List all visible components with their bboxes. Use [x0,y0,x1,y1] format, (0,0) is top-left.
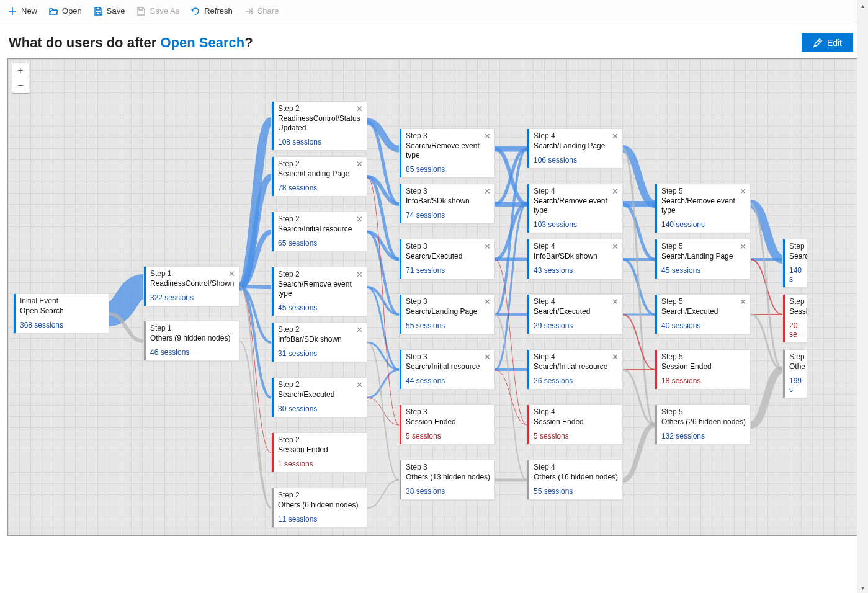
node-step: Step 2 [278,491,363,499]
flow-node[interactable]: Step 4✕Search/Remove event type103 sessi… [527,184,623,233]
flow-node[interactable]: Step 3✕Search/Landing Page55 sessions [399,294,495,334]
node-sessions: 71 sessions [406,266,491,275]
zoom-control: + − [12,63,29,94]
node-sessions: 5 sessions [406,432,491,440]
flow-node[interactable]: Step 4✕Search/Executed29 sessions [527,294,623,334]
flow-node[interactable]: StepOthe199 s [782,349,807,398]
close-icon[interactable]: ✕ [356,270,363,279]
flow-node[interactable]: Step 1Others (9 hidden nodes)46 sessions [143,321,239,361]
node-step: Step 3 [406,463,491,471]
new-button[interactable]: New [7,6,37,16]
close-icon[interactable]: ✕ [356,381,363,389]
node-step: Step 3✕ [406,352,491,361]
node-step: Step 5✕ [661,242,746,251]
node-step: Step 2✕ [278,380,363,389]
close-icon[interactable]: ✕ [356,326,363,334]
flow-node[interactable]: Step 2✕Search/Remove event type45 sessio… [271,267,367,316]
flow-node[interactable]: Step 3✕Search/Remove event type85 sessio… [399,128,495,178]
refresh-button[interactable]: Refresh [190,6,233,16]
node-sessions: 65 sessions [278,239,363,247]
node-step: Step 2✕ [278,104,363,113]
flow-node[interactable]: Step 5Others (26 hidden nodes)132 sessio… [655,404,751,445]
flow-node[interactable]: Step 2Session Ended1 sessions [271,432,367,473]
flow-node[interactable]: StepSearc140 s [782,239,807,288]
zoom-in-button[interactable]: + [12,63,29,78]
flow-node[interactable]: Step 3Session Ended5 sessions [399,404,495,445]
close-icon[interactable]: ✕ [484,132,491,140]
flow-node[interactable]: Step 5✕Search/Remove event type140 sessi… [655,184,751,233]
save-button[interactable]: Save [93,6,125,16]
flow-node[interactable]: Step 4Session Ended5 sessions [527,404,623,445]
close-icon[interactable]: ✕ [740,187,746,195]
close-icon[interactable]: ✕ [484,243,491,251]
flow-node[interactable]: Step 4✕InfoBar/SDk shown43 sessions [527,239,623,279]
node-label: Session Ended [661,362,746,372]
close-icon[interactable]: ✕ [356,105,363,113]
flow-node[interactable]: Step 2✕Search/Landing Page78 sessions [271,156,367,197]
node-label: Others (26 hidden nodes) [661,417,746,427]
flow-node[interactable]: Step 3✕Search/Initial resource44 session… [399,349,495,390]
flow-node[interactable]: Step 2✕Search/Executed30 sessions [271,377,367,417]
close-icon[interactable]: ✕ [612,353,619,361]
flow-node[interactable]: Step 2✕Search/Initial resource65 session… [271,212,367,252]
node-step: Step 5✕ [661,187,746,195]
flow-node[interactable]: Step 4✕Search/Landing Page106 sessions [527,128,623,169]
node-label: Session Ended [406,417,491,427]
flow-node[interactable]: Step 4Others (16 hidden nodes)55 session… [527,460,623,500]
folder-open-icon [48,6,58,16]
node-sessions: 30 sessions [278,404,363,413]
flow-canvas[interactable]: + − Initial EventOpen Search368 sessions… [7,58,861,536]
node-sessions: 368 sessions [20,321,105,329]
close-icon[interactable]: ✕ [484,298,491,306]
node-step: Step 2✕ [278,159,363,168]
node-sessions: 140 s [789,266,803,283]
node-label: Others (16 hidden nodes) [534,473,619,482]
scroll-up-icon[interactable]: ▴ [857,0,868,11]
close-icon[interactable]: ✕ [740,298,746,306]
flow-node[interactable]: Step 5✕Search/Landing Page45 sessions [655,239,751,279]
flow-node[interactable]: Step 3✕InfoBar/SDk shown74 sessions [399,184,495,224]
node-sessions: 322 sessions [150,293,235,302]
edit-button[interactable]: Edit [802,33,853,52]
close-icon[interactable]: ✕ [228,270,235,278]
share-label: Share [257,6,279,16]
flow-node[interactable]: Initial EventOpen Search368 sessions [13,293,109,334]
flow-node[interactable]: Step 3Others (13 hidden nodes)38 session… [399,460,495,500]
node-step: Step 4✕ [534,297,619,306]
node-sessions: 45 sessions [278,303,363,312]
node-label: Others (13 hidden nodes) [406,473,491,482]
flow-node[interactable]: Step 3✕Search/Executed71 sessions [399,239,495,279]
close-icon[interactable]: ✕ [612,243,619,251]
node-label: Open Search [20,306,105,316]
flow-node[interactable]: StepSessi20 se [782,294,807,343]
node-label: Search/Remove event type [661,197,746,215]
node-label: Others (9 hidden nodes) [150,334,235,343]
node-sessions: 40 sessions [661,321,746,330]
node-sessions: 45 sessions [661,266,746,275]
flow-node[interactable]: Step 5✕Search/Executed40 sessions [655,294,751,334]
node-sessions: 108 sessions [278,138,363,146]
flow-node[interactable]: Step 2✕ReadinessControl/Status Updated10… [271,101,367,151]
node-step: Step 2✕ [278,270,363,279]
close-icon[interactable]: ✕ [612,298,619,306]
node-label: Search/Landing Page [661,252,746,261]
close-icon[interactable]: ✕ [356,160,363,168]
flow-node[interactable]: Step 2Others (6 hidden nodes)11 sessions [271,488,367,528]
close-icon[interactable]: ✕ [740,243,746,251]
node-sessions: 78 sessions [278,184,363,192]
open-button[interactable]: Open [48,6,82,16]
close-icon[interactable]: ✕ [612,187,619,195]
heading-row: What do users do after Open Search? Edit [0,22,868,58]
flow-node[interactable]: Step 5Session Ended18 sessions [655,349,751,390]
close-icon[interactable]: ✕ [484,353,491,361]
zoom-out-button[interactable]: − [12,78,29,93]
close-icon[interactable]: ✕ [484,187,491,195]
flow-node[interactable]: Step 2✕InfoBar/SDk shown31 sessions [271,322,367,362]
node-step: Step 4✕ [534,187,619,195]
close-icon[interactable]: ✕ [612,132,619,140]
title-highlight[interactable]: Open Search [160,35,244,50]
node-label: Search/Initial resource [406,362,491,372]
flow-node[interactable]: Step 4✕Search/Initial resource26 session… [527,349,623,390]
close-icon[interactable]: ✕ [356,215,363,223]
flow-node[interactable]: Step 1✕ReadinessControl/Shown322 session… [143,266,239,306]
